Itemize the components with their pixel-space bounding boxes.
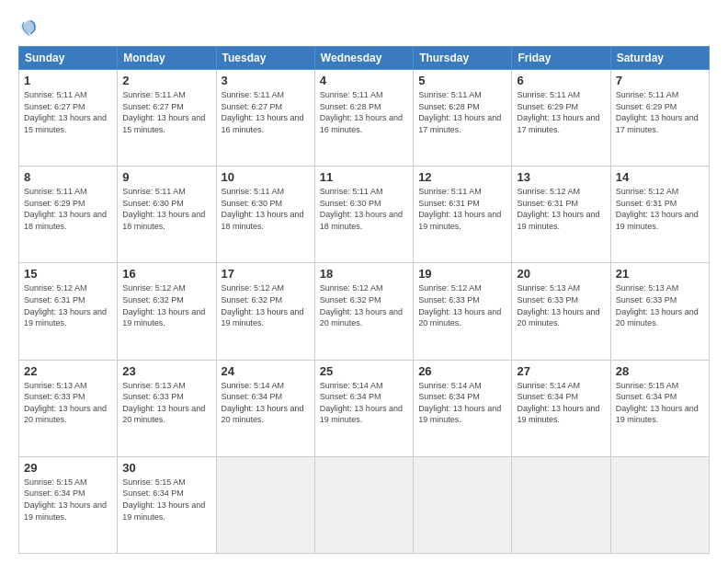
day-cell-10: 10 Sunrise: 5:11 AMSunset: 6:30 PMDaylig…	[216, 167, 314, 263]
logo-icon	[18, 17, 39, 37]
day-number: 6	[517, 74, 605, 87]
day-info: Sunrise: 5:11 AMSunset: 6:27 PMDaylight:…	[24, 90, 107, 134]
week-row-2: 8 Sunrise: 5:11 AMSunset: 6:29 PMDayligh…	[19, 167, 710, 263]
col-saturday: Saturday	[610, 47, 709, 70]
day-cell-28: 28 Sunrise: 5:15 AMSunset: 6:34 PMDaylig…	[610, 360, 709, 456]
day-number: 11	[320, 170, 408, 184]
week-row-4: 22 Sunrise: 5:13 AMSunset: 6:33 PMDaylig…	[19, 360, 710, 456]
day-cell-27: 27 Sunrise: 5:14 AMSunset: 6:34 PMDaylig…	[512, 360, 610, 456]
day-cell-9: 9 Sunrise: 5:11 AMSunset: 6:30 PMDayligh…	[118, 167, 216, 263]
day-cell-26: 26 Sunrise: 5:14 AMSunset: 6:34 PMDaylig…	[414, 360, 512, 456]
day-info: Sunrise: 5:11 AMSunset: 6:28 PMDaylight:…	[320, 90, 403, 134]
day-number: 25	[320, 364, 408, 378]
col-sunday: Sunday	[19, 47, 118, 70]
day-info: Sunrise: 5:13 AMSunset: 6:33 PMDaylight:…	[616, 283, 699, 327]
day-number: 27	[517, 364, 605, 378]
day-info: Sunrise: 5:11 AMSunset: 6:28 PMDaylight:…	[418, 90, 501, 134]
day-info: Sunrise: 5:11 AMSunset: 6:30 PMDaylight:…	[122, 187, 205, 231]
empty-cell	[610, 456, 709, 553]
day-cell-21: 21 Sunrise: 5:13 AMSunset: 6:33 PMDaylig…	[610, 263, 709, 360]
day-number: 29	[24, 461, 112, 475]
day-info: Sunrise: 5:11 AMSunset: 6:31 PMDaylight:…	[418, 187, 501, 231]
day-cell-17: 17 Sunrise: 5:12 AMSunset: 6:32 PMDaylig…	[216, 263, 314, 360]
day-info: Sunrise: 5:14 AMSunset: 6:34 PMDaylight:…	[320, 381, 403, 425]
day-number: 4	[320, 74, 408, 87]
day-info: Sunrise: 5:12 AMSunset: 6:32 PMDaylight:…	[222, 283, 304, 327]
day-number: 13	[517, 170, 605, 184]
empty-cell	[314, 456, 413, 553]
day-cell-22: 22 Sunrise: 5:13 AMSunset: 6:33 PMDaylig…	[19, 360, 118, 456]
day-cell-24: 24 Sunrise: 5:14 AMSunset: 6:34 PMDaylig…	[216, 360, 314, 456]
day-number: 7	[616, 74, 704, 87]
day-number: 28	[616, 364, 704, 378]
day-cell-30: 30 Sunrise: 5:15 AMSunset: 6:34 PMDaylig…	[118, 456, 216, 553]
day-cell-29: 29 Sunrise: 5:15 AMSunset: 6:34 PMDaylig…	[19, 456, 118, 553]
day-cell-14: 14 Sunrise: 5:12 AMSunset: 6:31 PMDaylig…	[610, 167, 709, 263]
day-cell-12: 12 Sunrise: 5:11 AMSunset: 6:31 PMDaylig…	[414, 167, 512, 263]
day-number: 5	[418, 74, 506, 87]
day-info: Sunrise: 5:12 AMSunset: 6:33 PMDaylight:…	[418, 283, 501, 327]
day-info: Sunrise: 5:12 AMSunset: 6:31 PMDaylight:…	[24, 283, 107, 327]
empty-cell	[216, 456, 314, 553]
week-row-1: 1 Sunrise: 5:11 AMSunset: 6:27 PMDayligh…	[19, 70, 710, 167]
day-cell-20: 20 Sunrise: 5:13 AMSunset: 6:33 PMDaylig…	[512, 263, 610, 360]
day-info: Sunrise: 5:13 AMSunset: 6:33 PMDaylight:…	[517, 283, 599, 327]
day-cell-23: 23 Sunrise: 5:13 AMSunset: 6:33 PMDaylig…	[118, 360, 216, 456]
day-number: 22	[24, 364, 112, 378]
day-cell-25: 25 Sunrise: 5:14 AMSunset: 6:34 PMDaylig…	[314, 360, 413, 456]
day-cell-15: 15 Sunrise: 5:12 AMSunset: 6:31 PMDaylig…	[19, 263, 118, 360]
day-cell-16: 16 Sunrise: 5:12 AMSunset: 6:32 PMDaylig…	[118, 263, 216, 360]
day-info: Sunrise: 5:13 AMSunset: 6:33 PMDaylight:…	[122, 381, 205, 425]
day-info: Sunrise: 5:12 AMSunset: 6:32 PMDaylight:…	[122, 283, 205, 327]
day-cell-2: 2 Sunrise: 5:11 AMSunset: 6:27 PMDayligh…	[118, 70, 216, 167]
day-number: 9	[122, 170, 210, 184]
day-info: Sunrise: 5:15 AMSunset: 6:34 PMDaylight:…	[616, 381, 699, 425]
day-number: 2	[122, 74, 210, 87]
day-number: 1	[24, 74, 112, 87]
day-number: 20	[517, 267, 605, 281]
logo	[18, 17, 42, 37]
day-number: 21	[616, 267, 704, 281]
day-info: Sunrise: 5:11 AMSunset: 6:29 PMDaylight:…	[24, 187, 107, 231]
day-info: Sunrise: 5:14 AMSunset: 6:34 PMDaylight:…	[517, 381, 599, 425]
day-cell-4: 4 Sunrise: 5:11 AMSunset: 6:28 PMDayligh…	[314, 70, 413, 167]
calendar-header-row: Sunday Monday Tuesday Wednesday Thursday…	[19, 47, 710, 70]
day-cell-6: 6 Sunrise: 5:11 AMSunset: 6:29 PMDayligh…	[512, 70, 610, 167]
day-cell-13: 13 Sunrise: 5:12 AMSunset: 6:31 PMDaylig…	[512, 167, 610, 263]
page: Sunday Monday Tuesday Wednesday Thursday…	[0, 0, 728, 563]
week-row-5: 29 Sunrise: 5:15 AMSunset: 6:34 PMDaylig…	[19, 456, 710, 553]
header	[18, 17, 710, 37]
empty-cell	[512, 456, 610, 553]
day-number: 16	[122, 267, 210, 281]
col-friday: Friday	[512, 47, 610, 70]
day-info: Sunrise: 5:15 AMSunset: 6:34 PMDaylight:…	[122, 477, 205, 522]
day-info: Sunrise: 5:14 AMSunset: 6:34 PMDaylight:…	[418, 381, 501, 425]
day-number: 15	[24, 267, 112, 281]
day-number: 30	[122, 461, 210, 475]
day-number: 8	[24, 170, 112, 184]
day-info: Sunrise: 5:11 AMSunset: 6:27 PMDaylight:…	[222, 90, 304, 134]
day-number: 24	[222, 364, 310, 378]
day-cell-7: 7 Sunrise: 5:11 AMSunset: 6:29 PMDayligh…	[610, 70, 709, 167]
day-cell-18: 18 Sunrise: 5:12 AMSunset: 6:32 PMDaylig…	[314, 263, 413, 360]
day-number: 23	[122, 364, 210, 378]
day-number: 3	[222, 74, 310, 87]
day-number: 12	[418, 170, 506, 184]
day-info: Sunrise: 5:11 AMSunset: 6:27 PMDaylight:…	[122, 90, 205, 134]
week-row-3: 15 Sunrise: 5:12 AMSunset: 6:31 PMDaylig…	[19, 263, 710, 360]
day-info: Sunrise: 5:11 AMSunset: 6:30 PMDaylight:…	[320, 187, 403, 231]
day-info: Sunrise: 5:14 AMSunset: 6:34 PMDaylight:…	[222, 381, 304, 425]
day-number: 18	[320, 267, 408, 281]
day-cell-1: 1 Sunrise: 5:11 AMSunset: 6:27 PMDayligh…	[19, 70, 118, 167]
calendar-table: Sunday Monday Tuesday Wednesday Thursday…	[18, 46, 710, 554]
day-number: 17	[222, 267, 310, 281]
day-cell-11: 11 Sunrise: 5:11 AMSunset: 6:30 PMDaylig…	[314, 167, 413, 263]
col-tuesday: Tuesday	[216, 47, 314, 70]
day-number: 10	[222, 170, 310, 184]
day-cell-5: 5 Sunrise: 5:11 AMSunset: 6:28 PMDayligh…	[414, 70, 512, 167]
day-number: 26	[418, 364, 506, 378]
day-info: Sunrise: 5:12 AMSunset: 6:31 PMDaylight:…	[517, 187, 599, 231]
day-info: Sunrise: 5:11 AMSunset: 6:29 PMDaylight:…	[616, 90, 699, 134]
col-wednesday: Wednesday	[314, 47, 413, 70]
day-cell-3: 3 Sunrise: 5:11 AMSunset: 6:27 PMDayligh…	[216, 70, 314, 167]
